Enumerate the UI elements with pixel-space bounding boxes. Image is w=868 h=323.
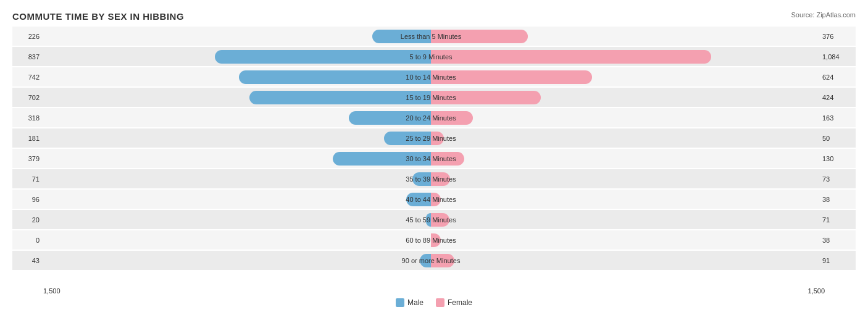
male-bar xyxy=(349,111,431,125)
legend-male-box xyxy=(396,298,404,307)
male-bar xyxy=(426,213,431,227)
male-value: 702 xyxy=(12,94,43,101)
male-value: 318 xyxy=(12,114,43,122)
male-value: 379 xyxy=(12,155,43,162)
legend-male: Male xyxy=(396,298,424,307)
chart-area: 226Less than 5 Minutes3768375 to 9 Minut… xyxy=(12,27,856,286)
axis-right: 1,500 xyxy=(807,287,825,295)
female-bar xyxy=(431,70,592,84)
female-bar xyxy=(431,193,441,206)
female-value: 50 xyxy=(819,135,856,142)
legend-female-box xyxy=(436,298,444,307)
female-bar xyxy=(431,233,441,247)
table-row: 74210 to 14 Minutes624 xyxy=(12,67,856,86)
bars-wrapper: Less than 5 Minutes xyxy=(43,27,819,46)
male-value: 96 xyxy=(12,196,43,203)
legend: Male Female xyxy=(12,298,856,307)
bars-inner: 45 to 59 Minutes xyxy=(43,213,819,227)
male-value: 20 xyxy=(12,216,43,224)
female-bar xyxy=(431,254,454,267)
bars-inner: 10 to 14 Minutes xyxy=(43,70,819,84)
bars-wrapper: 20 to 24 Minutes xyxy=(43,108,819,127)
axis-left: 1,500 xyxy=(43,287,61,295)
male-bar xyxy=(215,50,431,64)
bars-wrapper: 25 to 29 Minutes xyxy=(43,128,819,148)
male-value: 71 xyxy=(12,175,43,183)
table-row: 9640 to 44 Minutes38 xyxy=(12,190,856,209)
table-row: 18125 to 29 Minutes50 xyxy=(12,128,856,148)
female-value: 91 xyxy=(819,257,856,264)
female-bar xyxy=(431,111,473,125)
table-row: 4390 or more Minutes91 xyxy=(12,251,856,270)
bars-inner: 40 to 44 Minutes xyxy=(43,193,819,206)
male-value: 226 xyxy=(12,33,43,40)
bars-wrapper: 15 to 19 Minutes xyxy=(43,88,819,107)
female-bar xyxy=(431,91,541,104)
bars-inner: Less than 5 Minutes xyxy=(43,30,819,43)
axis-labels: 1,500 1,500 xyxy=(12,287,856,295)
bars-inner: 60 to 89 Minutes xyxy=(43,233,819,247)
female-bar xyxy=(431,152,464,166)
male-value: 837 xyxy=(12,53,43,61)
female-value: 38 xyxy=(819,196,856,203)
male-bar xyxy=(372,30,431,43)
bars-wrapper: 60 to 89 Minutes xyxy=(43,230,819,250)
bars-inner: 35 to 39 Minutes xyxy=(43,172,819,186)
female-value: 71 xyxy=(819,216,856,224)
table-row: 37930 to 34 Minutes130 xyxy=(12,149,856,168)
table-row: 70215 to 19 Minutes424 xyxy=(12,88,856,107)
table-row: 226Less than 5 Minutes376 xyxy=(12,27,856,46)
female-value: 424 xyxy=(819,94,856,101)
female-value: 38 xyxy=(819,237,856,244)
female-bar xyxy=(431,172,450,186)
female-value: 130 xyxy=(819,155,856,162)
bars-wrapper: 10 to 14 Minutes xyxy=(43,67,819,86)
male-bar xyxy=(239,70,431,84)
legend-male-label: Male xyxy=(407,298,424,307)
female-value: 376 xyxy=(819,33,856,40)
male-value: 742 xyxy=(12,73,43,81)
female-value: 73 xyxy=(819,175,856,183)
male-value: 0 xyxy=(12,237,43,244)
bars-inner: 5 to 9 Minutes xyxy=(43,50,819,64)
female-bar xyxy=(431,30,528,43)
female-bar xyxy=(431,213,449,227)
female-bar xyxy=(431,132,444,145)
bars-wrapper: 30 to 34 Minutes xyxy=(43,149,819,168)
bars-wrapper: 90 or more Minutes xyxy=(43,251,819,270)
bars-inner: 25 to 29 Minutes xyxy=(43,132,819,145)
table-row: 2045 to 59 Minutes71 xyxy=(12,210,856,229)
male-bar xyxy=(412,172,431,186)
male-value: 181 xyxy=(12,135,43,142)
table-row: 060 to 89 Minutes38 xyxy=(12,230,856,250)
male-value: 43 xyxy=(12,257,43,264)
male-bar xyxy=(384,132,431,145)
male-bar xyxy=(249,91,431,104)
chart-title: COMMUTE TIME BY SEX IN HIBBING xyxy=(12,11,856,22)
legend-female: Female xyxy=(436,298,472,307)
chart-container: COMMUTE TIME BY SEX IN HIBBING Source: Z… xyxy=(0,0,868,323)
bars-wrapper: 45 to 59 Minutes xyxy=(43,210,819,229)
legend-female-label: Female xyxy=(448,298,472,307)
male-bar xyxy=(406,193,431,206)
female-bar xyxy=(431,50,711,64)
male-bar xyxy=(333,152,431,166)
bars-inner: 30 to 34 Minutes xyxy=(43,152,819,166)
table-row: 8375 to 9 Minutes1,084 xyxy=(12,47,856,66)
bars-wrapper: 40 to 44 Minutes xyxy=(43,190,819,209)
female-value: 1,084 xyxy=(819,53,856,61)
bars-wrapper: 5 to 9 Minutes xyxy=(43,47,819,66)
table-row: 31820 to 24 Minutes163 xyxy=(12,108,856,127)
bars-wrapper: 35 to 39 Minutes xyxy=(43,169,819,188)
table-row: 7135 to 39 Minutes73 xyxy=(12,169,856,188)
male-bar xyxy=(420,254,431,267)
source-label: Source: ZipAtlas.com xyxy=(791,11,856,19)
bars-inner: 90 or more Minutes xyxy=(43,254,819,267)
female-value: 163 xyxy=(819,114,856,122)
bars-inner: 15 to 19 Minutes xyxy=(43,91,819,104)
bars-inner: 20 to 24 Minutes xyxy=(43,111,819,125)
female-value: 624 xyxy=(819,73,856,81)
